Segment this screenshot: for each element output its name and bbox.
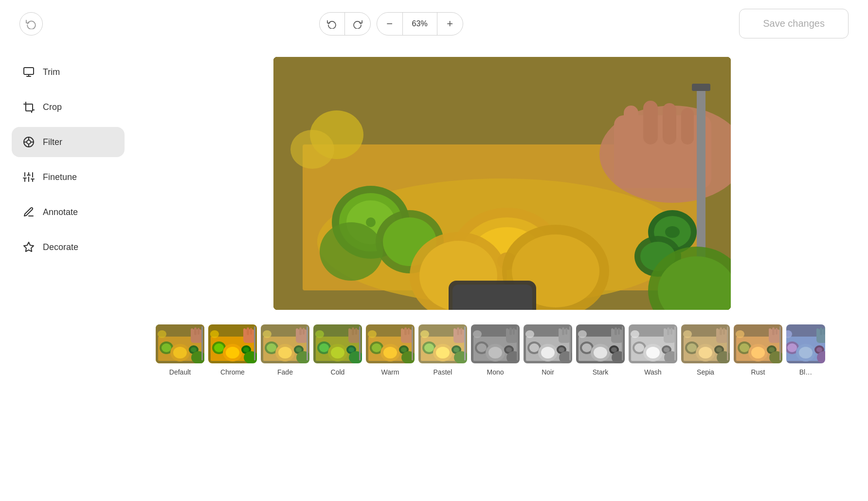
svg-point-58 xyxy=(290,130,334,169)
filter-item-sepia[interactable]: Sepia xyxy=(681,324,730,376)
filter-item-fade[interactable]: Fade xyxy=(261,324,309,376)
zoom-value: 63% xyxy=(402,13,437,35)
svg-point-141 xyxy=(436,347,450,358)
svg-rect-147 xyxy=(457,327,459,335)
filter-label-stark: Stark xyxy=(593,368,609,376)
svg-rect-236 xyxy=(769,328,771,335)
filter-item-stark[interactable]: Stark xyxy=(576,324,625,376)
zoom-out-button[interactable]: − xyxy=(377,13,402,35)
filter-item-noir[interactable]: Noir xyxy=(524,324,572,376)
toolbar-center: − 63% + xyxy=(319,12,463,36)
sidebar-item-annotate[interactable]: Annotate xyxy=(12,197,125,227)
filter-item-chrome[interactable]: Chrome xyxy=(208,324,257,376)
svg-rect-163 xyxy=(513,328,515,335)
svg-rect-50 xyxy=(643,101,658,144)
filter-strip: Default Chrome Fade xyxy=(156,324,849,378)
history-button[interactable] xyxy=(19,12,43,36)
svg-rect-5 xyxy=(26,104,33,111)
svg-rect-88 xyxy=(250,328,252,335)
svg-point-9 xyxy=(27,140,31,144)
svg-rect-116 xyxy=(348,328,351,335)
filter-label-default: Default xyxy=(169,368,191,376)
svg-rect-192 xyxy=(615,327,617,335)
svg-point-139 xyxy=(424,343,434,352)
svg-point-169 xyxy=(529,343,539,352)
svg-point-94 xyxy=(267,343,276,352)
sidebar-item-filter[interactable]: Filter xyxy=(12,127,125,157)
svg-point-83 xyxy=(243,347,249,352)
zoom-in-button[interactable]: + xyxy=(437,13,463,35)
svg-rect-148 xyxy=(460,328,462,335)
finetune-icon xyxy=(22,171,35,183)
sidebar: Trim Crop xyxy=(0,47,136,501)
svg-point-165 xyxy=(473,330,482,338)
svg-point-126 xyxy=(383,347,397,358)
svg-point-96 xyxy=(278,347,292,358)
sidebar-label-filter: Filter xyxy=(43,137,62,147)
svg-rect-133 xyxy=(408,328,410,335)
filter-label-mono: Mono xyxy=(487,368,504,376)
redo-button[interactable] xyxy=(345,13,370,35)
sidebar-item-finetune[interactable]: Finetune xyxy=(12,162,125,192)
svg-rect-101 xyxy=(296,328,298,335)
svg-point-156 xyxy=(488,347,502,358)
filter-item-pastel[interactable]: Pastel xyxy=(418,324,467,376)
svg-rect-53 xyxy=(697,86,705,271)
svg-point-248 xyxy=(816,347,822,352)
svg-rect-49 xyxy=(624,106,638,144)
svg-rect-134 xyxy=(412,326,413,360)
save-changes-button[interactable]: Save changes xyxy=(739,9,849,38)
svg-rect-179 xyxy=(569,326,571,360)
filter-thumb-noir xyxy=(524,324,572,363)
svg-rect-252 xyxy=(820,327,822,335)
svg-rect-87 xyxy=(247,327,249,335)
undo-button[interactable] xyxy=(320,13,345,35)
toolbar-right: Save changes xyxy=(739,9,849,38)
svg-rect-223 xyxy=(723,328,725,335)
sidebar-item-decorate[interactable]: Decorate xyxy=(12,232,125,262)
svg-rect-239 xyxy=(779,326,781,360)
svg-point-246 xyxy=(799,347,813,358)
filter-item-wash[interactable]: Wash xyxy=(629,324,677,376)
svg-point-173 xyxy=(559,347,564,352)
svg-point-30 xyxy=(366,217,376,227)
svg-point-33 xyxy=(320,222,383,281)
filter-label-sepia: Sepia xyxy=(697,368,714,376)
filter-label-wash: Wash xyxy=(644,368,661,376)
svg-rect-119 xyxy=(359,326,361,360)
svg-rect-89 xyxy=(254,326,255,360)
filter-item-warm[interactable]: Warm xyxy=(366,324,415,376)
svg-rect-51 xyxy=(663,103,676,144)
sidebar-item-crop[interactable]: Crop xyxy=(12,92,125,122)
sidebar-label-trim: Trim xyxy=(43,67,60,77)
filter-item-cold[interactable]: Cold xyxy=(313,324,362,376)
svg-point-75 xyxy=(158,330,166,338)
zoom-group: − 63% + xyxy=(377,12,463,36)
svg-rect-86 xyxy=(243,328,246,335)
svg-point-171 xyxy=(541,347,555,358)
filter-item-mono[interactable]: Mono xyxy=(471,324,520,376)
svg-point-135 xyxy=(368,330,377,338)
filter-label-chrome: Chrome xyxy=(220,368,245,376)
svg-rect-117 xyxy=(352,327,354,335)
svg-rect-161 xyxy=(506,328,508,335)
svg-rect-118 xyxy=(355,328,357,335)
filter-label-fade: Fade xyxy=(277,368,293,376)
sidebar-item-trim[interactable]: Trim xyxy=(12,57,125,87)
svg-point-199 xyxy=(634,343,644,352)
svg-rect-193 xyxy=(618,328,620,335)
toolbar-left xyxy=(19,12,43,36)
svg-rect-224 xyxy=(727,326,728,360)
filter-icon xyxy=(22,136,35,148)
svg-point-195 xyxy=(578,330,587,338)
filter-item-default[interactable]: Default xyxy=(156,324,204,376)
svg-rect-162 xyxy=(509,327,512,335)
filter-item-rust[interactable]: Rust xyxy=(734,324,782,376)
filter-item-bl[interactable]: Bl… xyxy=(786,324,825,376)
svg-rect-176 xyxy=(559,328,561,335)
sidebar-label-finetune: Finetune xyxy=(43,172,77,182)
svg-rect-54 xyxy=(692,84,710,91)
sidebar-label-annotate: Annotate xyxy=(43,207,78,217)
filter-label-cold: Cold xyxy=(331,368,345,376)
filter-label-bl: Bl… xyxy=(799,368,812,376)
